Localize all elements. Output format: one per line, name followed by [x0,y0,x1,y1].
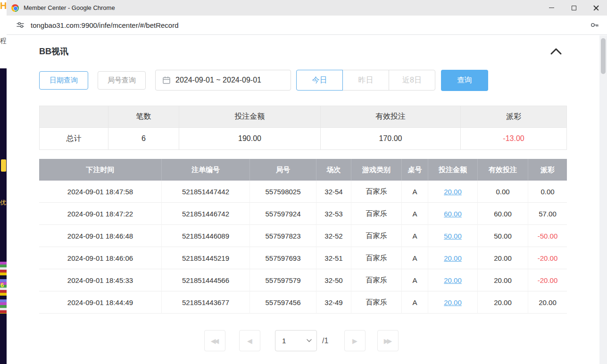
date-query-tab[interactable]: 日期查询 [39,71,88,90]
background-dark-area: 优 6 [0,68,7,364]
cell-table: A [402,181,428,203]
col-round: 局号 [250,159,316,181]
summary-valid-value: 170.00 [321,128,461,150]
bet-amount-link[interactable]: 20.00 [444,276,462,284]
quick-range-group: 今日 昨日 近8日 [296,70,435,91]
bet-amount-link[interactable]: 20.00 [444,254,462,262]
col-payout: 派彩 [528,159,567,181]
bet-records-table: 下注时间 注单编号 局号 场次 游戏类别 桌号 投注金额 有效投注 派彩 202… [39,159,567,314]
scrollbar-thumb[interactable] [601,38,606,74]
cell-time: 2024-09-01 18:46:06 [39,247,162,269]
col-bet-amount: 投注金额 [428,159,478,181]
site-settings-icon[interactable] [16,21,25,29]
close-button[interactable] [585,0,607,16]
col-game-type: 游戏类别 [351,159,402,181]
cell-time: 2024-09-01 18:44:49 [39,291,162,314]
cell-bet-id: 521851443677 [162,291,250,314]
table-row: 2024-09-01 18:46:06 521851445219 5575976… [39,247,567,269]
summary-header-row: 笔数 投注金额 有效投注 派彩 [39,106,567,128]
cell-round: 557597456 [250,291,316,314]
col-valid-bet: 有效投注 [478,159,528,181]
cell-bet-id: 521851445219 [162,247,250,269]
cell-time: 2024-09-01 18:45:33 [39,269,162,291]
last-8-days-button[interactable]: 近8日 [389,70,435,91]
maximize-button[interactable] [563,0,585,16]
table-row: 2024-09-01 18:47:22 521851446742 5575979… [39,203,567,225]
cell-session: 32-52 [316,225,351,247]
cell-bet-id: 521851446089 [162,225,250,247]
cell-round: 557597579 [250,269,316,291]
cell-game: 百家乐 [351,203,402,225]
cell-session: 32-54 [316,181,351,203]
col-bet-time: 下注时间 [39,159,162,181]
cell-payout: 57.00 [528,203,567,225]
bet-amount-link[interactable]: 50.00 [444,232,462,240]
summary-count-value: 6 [108,128,179,150]
cell-bet-id: 521851447442 [162,181,250,203]
prev-page-button[interactable]: ◀ [239,330,260,351]
col-table: 桌号 [402,159,428,181]
today-button[interactable]: 今日 [296,70,343,91]
page-select[interactable]: 1 [275,330,317,351]
minimize-button[interactable] [540,0,563,16]
url-text[interactable]: tongbao31.com:9900/infe/mcenter/#/betRec… [31,21,179,29]
next-page-button[interactable]: ▶ [344,330,366,351]
background-text-fragment: 6 [0,281,4,289]
records-header-row: 下注时间 注单编号 局号 场次 游戏类别 桌号 投注金额 有效投注 派彩 [39,159,567,181]
bet-amount-link[interactable]: 20.00 [444,298,462,306]
cell-bet-id: 521851446742 [162,203,250,225]
collapse-chevron-up-icon[interactable] [550,48,562,57]
table-row: 2024-09-01 18:46:48 521851446089 5575978… [39,225,567,247]
cell-round: 557598025 [250,181,316,203]
summary-header-valid: 有效投注 [321,106,461,128]
cell-valid: 0.00 [478,181,528,203]
table-row: 2024-09-01 18:47:58 521851447442 5575980… [39,181,567,203]
bet-amount-link[interactable]: 60.00 [444,210,462,218]
cell-valid: 20.00 [478,291,528,314]
cell-table: A [402,225,428,247]
cell-payout: 0.00 [528,181,567,203]
summary-total-row: 总计 6 190.00 170.00 -13.00 [39,128,567,150]
yesterday-button[interactable]: 昨日 [342,70,389,91]
cell-game: 百家乐 [351,181,402,203]
password-key-icon[interactable] [590,20,599,30]
date-range-value: 2024-09-01 ~ 2024-09-01 [175,76,261,84]
cell-round: 557597823 [250,225,316,247]
cell-table: A [402,269,428,291]
cell-session: 32-49 [316,291,351,314]
background-text-fragment: H [0,0,7,11]
summary-bet-value: 190.00 [179,128,321,150]
search-button[interactable]: 查询 [441,70,488,91]
cell-payout: -20.00 [528,269,567,291]
background-text-fragment: 程 [0,37,7,45]
cell-session: 32-50 [316,269,351,291]
window-title: Member Center - Google Chrome [24,4,115,11]
window-titlebar: Member Center - Google Chrome [7,0,607,16]
background-text-fragment: 优 [0,199,6,207]
first-page-button[interactable]: ◀◀ [204,330,225,351]
round-query-tab[interactable]: 局号查询 [98,71,146,90]
cell-table: A [402,291,428,314]
page-content: BB视讯 日期查询 局号查询 2024-09-01 ~ 2024-09-01 今… [7,35,599,364]
date-range-input[interactable]: 2024-09-01 ~ 2024-09-01 [155,70,291,91]
screen: H 程 优 6 Member Center - Google Chrome to… [0,0,607,364]
address-bar-row: tongbao31.com:9900/infe/mcenter/#/betRec… [7,16,607,35]
page-select-value: 1 [282,337,286,345]
cell-session: 32-53 [316,203,351,225]
table-row: 2024-09-01 18:44:49 521851443677 5575974… [39,291,567,314]
cell-game: 百家乐 [351,269,402,291]
vertical-scrollbar[interactable] [599,35,607,364]
cell-game: 百家乐 [351,225,402,247]
cell-game: 百家乐 [351,247,402,269]
summary-header-blank [39,106,108,128]
summary-header-bet: 投注金额 [179,106,321,128]
last-page-button[interactable]: ▶▶ [377,330,399,351]
summary-payout-value: -13.00 [461,128,567,150]
bet-amount-link[interactable]: 20.00 [444,188,462,196]
panel-title: BB视讯 [39,46,68,57]
table-row: 2024-09-01 18:45:33 521851444566 5575975… [39,269,567,291]
cell-game: 百家乐 [351,291,402,314]
cell-payout: -20.00 [528,247,567,269]
calendar-icon [162,76,171,84]
summary-header-payout: 派彩 [461,106,567,128]
